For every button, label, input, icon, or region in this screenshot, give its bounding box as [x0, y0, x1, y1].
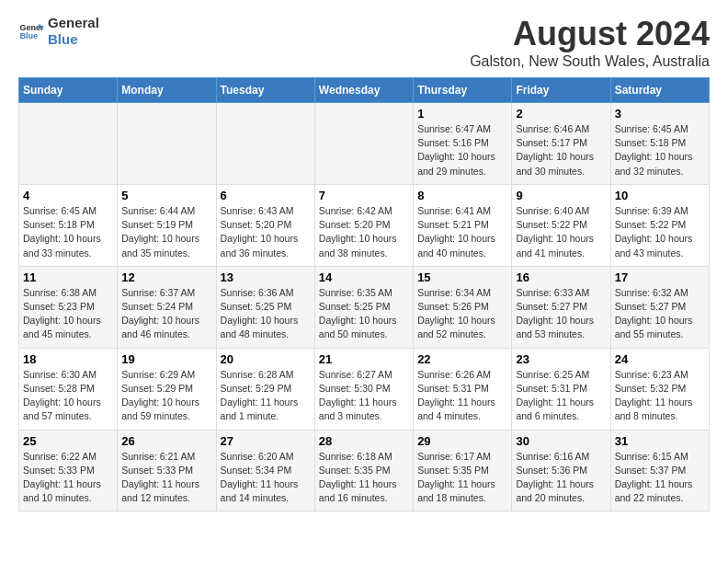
calendar-cell: 15Sunrise: 6:34 AMSunset: 5:26 PMDayligh… — [414, 266, 512, 348]
calendar-cell: 26Sunrise: 6:21 AMSunset: 5:33 PMDayligh… — [118, 430, 216, 511]
day-number: 19 — [121, 352, 211, 366]
calendar-cell: 18Sunrise: 6:30 AMSunset: 5:28 PMDayligh… — [19, 348, 118, 430]
calendar-cell: 7Sunrise: 6:42 AMSunset: 5:20 PMDaylight… — [314, 184, 413, 266]
day-number: 5 — [121, 189, 211, 202]
calendar-cell: 21Sunrise: 6:27 AMSunset: 5:30 PMDayligh… — [314, 348, 413, 430]
day-number: 11 — [23, 270, 113, 284]
calendar-cell: 5Sunrise: 6:44 AMSunset: 5:19 PMDaylight… — [118, 184, 216, 266]
calendar-table: SundayMondayTuesdayWednesdayThursdayFrid… — [18, 77, 710, 511]
day-info: Sunrise: 6:42 AMSunset: 5:20 PMDaylight:… — [319, 204, 409, 260]
day-number: 16 — [516, 270, 606, 284]
day-info: Sunrise: 6:28 AMSunset: 5:29 PMDaylight:… — [221, 368, 311, 424]
calendar-cell: 3Sunrise: 6:45 AMSunset: 5:18 PMDaylight… — [610, 103, 709, 185]
day-info: Sunrise: 6:36 AMSunset: 5:25 PMDaylight:… — [221, 286, 311, 342]
day-number: 2 — [516, 107, 606, 121]
day-number: 31 — [615, 434, 705, 448]
header-saturday: Saturday — [610, 78, 709, 103]
calendar-cell: 23Sunrise: 6:25 AMSunset: 5:31 PMDayligh… — [512, 348, 610, 430]
day-info: Sunrise: 6:20 AMSunset: 5:34 PMDaylight:… — [221, 450, 311, 506]
calendar-cell — [216, 103, 314, 185]
calendar-cell: 12Sunrise: 6:37 AMSunset: 5:24 PMDayligh… — [118, 266, 216, 348]
day-info: Sunrise: 6:38 AMSunset: 5:23 PMDaylight:… — [23, 286, 113, 342]
calendar-cell: 6Sunrise: 6:43 AMSunset: 5:20 PMDaylight… — [216, 184, 314, 266]
logo-icon: General Blue — [18, 18, 44, 44]
calendar-week-4: 18Sunrise: 6:30 AMSunset: 5:28 PMDayligh… — [19, 348, 710, 430]
header-tuesday: Tuesday — [216, 78, 314, 103]
day-number: 23 — [516, 352, 606, 366]
day-info: Sunrise: 6:15 AMSunset: 5:37 PMDaylight:… — [615, 450, 705, 506]
day-info: Sunrise: 6:47 AMSunset: 5:16 PMDaylight:… — [417, 122, 507, 178]
calendar-cell — [19, 103, 118, 185]
logo-text-blue: Blue — [48, 31, 99, 48]
header-wednesday: Wednesday — [314, 78, 413, 103]
day-number: 15 — [417, 270, 507, 284]
calendar-cell: 9Sunrise: 6:40 AMSunset: 5:22 PMDaylight… — [512, 184, 610, 266]
page-header: General Blue General Blue August 2024 Ga… — [18, 15, 710, 70]
day-number: 30 — [516, 434, 606, 448]
day-number: 3 — [615, 107, 705, 121]
calendar-cell: 8Sunrise: 6:41 AMSunset: 5:21 PMDaylight… — [414, 184, 512, 266]
header-sunday: Sunday — [19, 78, 118, 103]
day-info: Sunrise: 6:23 AMSunset: 5:32 PMDaylight:… — [615, 368, 705, 424]
day-info: Sunrise: 6:33 AMSunset: 5:27 PMDaylight:… — [516, 286, 606, 342]
calendar-week-2: 4Sunrise: 6:45 AMSunset: 5:18 PMDaylight… — [19, 184, 710, 266]
day-number: 12 — [121, 270, 211, 284]
day-info: Sunrise: 6:17 AMSunset: 5:35 PMDaylight:… — [417, 450, 507, 506]
day-number: 24 — [615, 352, 705, 366]
day-number: 4 — [23, 189, 113, 202]
calendar-cell: 16Sunrise: 6:33 AMSunset: 5:27 PMDayligh… — [512, 266, 610, 348]
header-monday: Monday — [118, 78, 216, 103]
calendar-cell — [314, 103, 413, 185]
day-number: 21 — [319, 352, 409, 366]
day-info: Sunrise: 6:45 AMSunset: 5:18 PMDaylight:… — [615, 122, 705, 178]
day-number: 10 — [615, 189, 705, 202]
calendar-cell: 30Sunrise: 6:16 AMSunset: 5:36 PMDayligh… — [512, 430, 610, 511]
day-info: Sunrise: 6:27 AMSunset: 5:30 PMDaylight:… — [319, 368, 409, 424]
calendar-week-5: 25Sunrise: 6:22 AMSunset: 5:33 PMDayligh… — [19, 430, 710, 511]
day-number: 8 — [417, 189, 507, 202]
svg-text:Blue: Blue — [19, 31, 38, 40]
calendar-cell: 25Sunrise: 6:22 AMSunset: 5:33 PMDayligh… — [19, 430, 118, 511]
calendar-cell: 2Sunrise: 6:46 AMSunset: 5:17 PMDaylight… — [512, 103, 610, 185]
logo-text-general: General — [48, 15, 99, 31]
day-info: Sunrise: 6:29 AMSunset: 5:29 PMDaylight:… — [121, 368, 211, 424]
day-info: Sunrise: 6:45 AMSunset: 5:18 PMDaylight:… — [23, 204, 113, 260]
day-info: Sunrise: 6:26 AMSunset: 5:31 PMDaylight:… — [417, 368, 507, 424]
logo: General Blue General Blue — [18, 15, 99, 48]
calendar-cell: 27Sunrise: 6:20 AMSunset: 5:34 PMDayligh… — [216, 430, 314, 511]
day-info: Sunrise: 6:32 AMSunset: 5:27 PMDaylight:… — [615, 286, 705, 342]
day-info: Sunrise: 6:30 AMSunset: 5:28 PMDaylight:… — [23, 368, 113, 424]
day-number: 14 — [319, 270, 409, 284]
day-number: 1 — [417, 107, 507, 121]
day-info: Sunrise: 6:21 AMSunset: 5:33 PMDaylight:… — [121, 450, 211, 506]
day-info: Sunrise: 6:34 AMSunset: 5:26 PMDaylight:… — [417, 286, 507, 342]
calendar-cell: 22Sunrise: 6:26 AMSunset: 5:31 PMDayligh… — [414, 348, 512, 430]
calendar-cell: 31Sunrise: 6:15 AMSunset: 5:37 PMDayligh… — [610, 430, 709, 511]
header-friday: Friday — [512, 78, 610, 103]
calendar-cell: 14Sunrise: 6:35 AMSunset: 5:25 PMDayligh… — [314, 266, 413, 348]
day-info: Sunrise: 6:35 AMSunset: 5:25 PMDaylight:… — [319, 286, 409, 342]
day-info: Sunrise: 6:46 AMSunset: 5:17 PMDaylight:… — [516, 122, 606, 178]
page-title: August 2024 — [470, 15, 710, 53]
day-info: Sunrise: 6:40 AMSunset: 5:22 PMDaylight:… — [516, 204, 606, 260]
day-number: 26 — [121, 434, 211, 448]
calendar-cell: 1Sunrise: 6:47 AMSunset: 5:16 PMDaylight… — [414, 103, 512, 185]
day-number: 17 — [615, 270, 705, 284]
calendar-cell: 4Sunrise: 6:45 AMSunset: 5:18 PMDaylight… — [19, 184, 118, 266]
day-number: 27 — [221, 434, 311, 448]
calendar-cell: 29Sunrise: 6:17 AMSunset: 5:35 PMDayligh… — [414, 430, 512, 511]
calendar-cell: 24Sunrise: 6:23 AMSunset: 5:32 PMDayligh… — [610, 348, 709, 430]
calendar-cell: 10Sunrise: 6:39 AMSunset: 5:22 PMDayligh… — [610, 184, 709, 266]
day-info: Sunrise: 6:16 AMSunset: 5:36 PMDaylight:… — [516, 450, 606, 506]
calendar-cell: 19Sunrise: 6:29 AMSunset: 5:29 PMDayligh… — [118, 348, 216, 430]
page-subtitle: Galston, New South Wales, Australia — [470, 53, 710, 70]
day-info: Sunrise: 6:41 AMSunset: 5:21 PMDaylight:… — [417, 204, 507, 260]
day-number: 22 — [417, 352, 507, 366]
day-info: Sunrise: 6:18 AMSunset: 5:35 PMDaylight:… — [319, 450, 409, 506]
day-number: 28 — [319, 434, 409, 448]
calendar-cell: 11Sunrise: 6:38 AMSunset: 5:23 PMDayligh… — [19, 266, 118, 348]
day-number: 20 — [221, 352, 311, 366]
calendar-header-row: SundayMondayTuesdayWednesdayThursdayFrid… — [19, 78, 710, 103]
day-info: Sunrise: 6:37 AMSunset: 5:24 PMDaylight:… — [121, 286, 211, 342]
day-number: 9 — [516, 189, 606, 202]
